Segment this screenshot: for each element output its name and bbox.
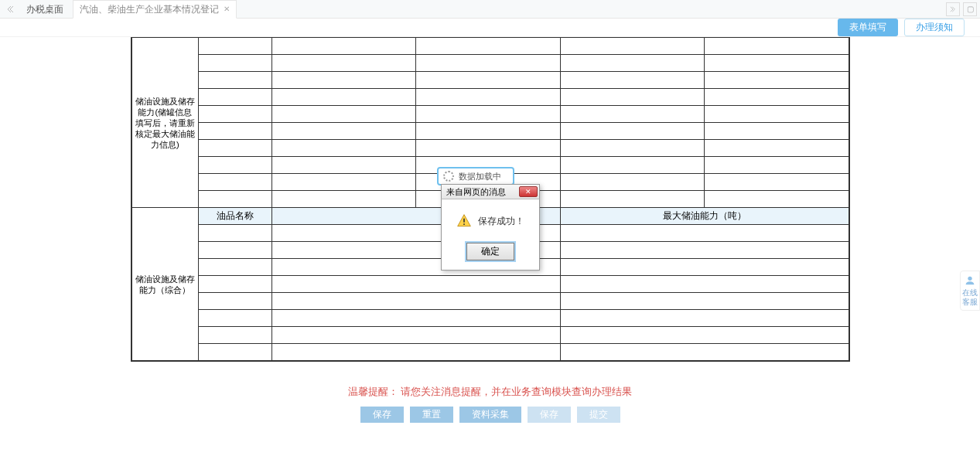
dialog-title: 来自网页的消息 bbox=[446, 186, 506, 198]
notice-tab[interactable]: 办理须知 bbox=[904, 19, 965, 36]
loading-text: 数据加载中 bbox=[459, 171, 501, 182]
footer-tip: 温馨提醒： 请您关注消息提醒，并在业务查询模块查询办理结果 bbox=[8, 385, 972, 399]
tabs-scroll-right[interactable] bbox=[946, 2, 960, 16]
save-button[interactable]: 保存 bbox=[360, 407, 404, 423]
dialog-ok-button[interactable]: 确定 bbox=[466, 243, 514, 260]
tab-home[interactable]: 办税桌面 bbox=[19, 0, 71, 19]
section1-header: 储油设施及储存能力(储罐信息填写后，请重新核定最大储油能力信息) bbox=[131, 38, 199, 208]
loading-indicator: 数据加载中 bbox=[437, 167, 514, 185]
content-area: 储油设施及储存能力(储罐信息填写后，请重新核定最大储油能力信息) 储油设施及储存… bbox=[0, 37, 980, 431]
footer-btn-4[interactable]: 保存 bbox=[528, 407, 571, 423]
footer-tip-label: 温馨提醒： bbox=[348, 386, 398, 397]
dialog-message: 保存成功！ bbox=[478, 215, 524, 228]
tab-active-label: 汽油、柴油生产企业基本情况登记 bbox=[80, 0, 219, 19]
tab-close-icon[interactable]: ✕ bbox=[224, 0, 230, 19]
tabs-menu-icon[interactable]: ▢ bbox=[963, 2, 977, 16]
tab-active[interactable]: 汽油、柴油生产企业基本情况登记 ✕ bbox=[73, 0, 237, 19]
svg-rect-0 bbox=[463, 219, 465, 223]
warning-icon bbox=[456, 213, 472, 229]
top-tab-bar: 办税桌面 汽油、柴油生产企业基本情况登记 ✕ ▢ bbox=[0, 0, 980, 19]
spinner-icon bbox=[443, 171, 454, 182]
subheader: 表单填写 办理须知 bbox=[0, 19, 980, 37]
dialog-titlebar[interactable]: 来自网页的消息 ✕ bbox=[441, 184, 540, 199]
svg-rect-1 bbox=[463, 223, 465, 225]
message-dialog: 来自网页的消息 ✕ 保存成功！ 确定 bbox=[441, 184, 540, 271]
form-fill-tab[interactable]: 表单填写 bbox=[838, 19, 898, 36]
tabs-scroll-left[interactable] bbox=[3, 2, 17, 16]
online-help-label: 在线客服 bbox=[962, 288, 978, 307]
col-name: 油品名称 bbox=[199, 208, 272, 225]
svg-point-2 bbox=[968, 277, 971, 281]
dialog-close-button[interactable]: ✕ bbox=[519, 186, 538, 197]
s1-r1c1[interactable] bbox=[199, 38, 272, 55]
section2-header: 储油设施及储存能力（综合） bbox=[131, 208, 199, 361]
footer-buttons: 保存 重置 资料采集 保存 提交 bbox=[8, 407, 972, 423]
footer-btn-5[interactable]: 提交 bbox=[577, 407, 620, 423]
reset-button[interactable]: 重置 bbox=[410, 407, 453, 423]
col-max: 最大储油能力（吨） bbox=[560, 208, 849, 225]
online-help-tab[interactable]: 在线客服 bbox=[960, 271, 980, 311]
preview-button[interactable]: 资料采集 bbox=[459, 407, 521, 423]
footer-tip-text: 请您关注消息提醒，并在业务查询模块查询办理结果 bbox=[401, 386, 632, 397]
support-icon bbox=[964, 274, 976, 287]
